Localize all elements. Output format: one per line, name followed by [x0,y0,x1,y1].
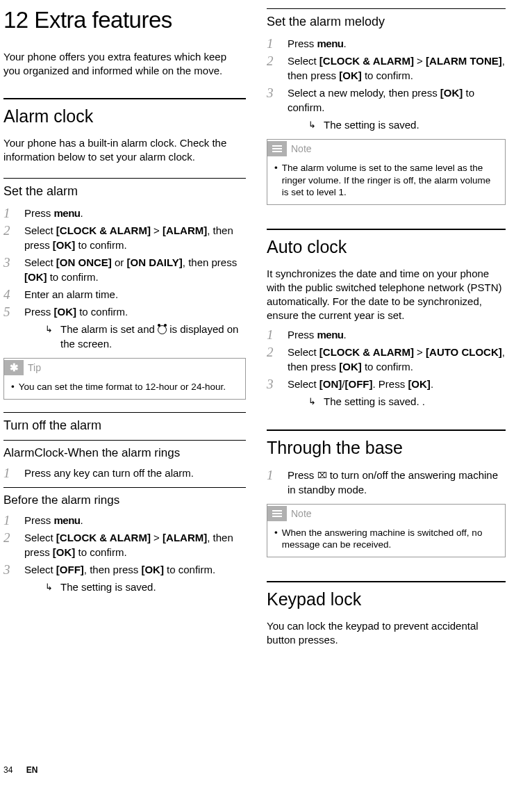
menu-key: menu [54,207,81,219]
result-arrow-icon: ↳ [308,395,316,408]
chapter-title: 12 Extra features [3,7,246,33]
result-arrow-icon: ↳ [308,119,316,131]
note-icon [267,141,287,156]
step: 2Select [CLOCK & ALARM] > [AUTO CLOCK], … [267,345,506,374]
step-number: 1 [267,466,274,485]
step-number: 1 [3,204,10,223]
note-label: Note [291,143,312,154]
subsection-set-alarm: Set the alarm [3,184,246,199]
menu-key: menu [317,38,344,49]
subsection-melody: Set the alarm melody [267,15,506,29]
chapter-intro: Your phone offers you extra features whi… [3,50,246,79]
step-number: 1 [267,35,274,54]
step: 1Press menu. [267,327,506,342]
tip-label: Tip [28,362,41,373]
divider [3,487,246,488]
step: 2Select [CLOCK & ALARM] > [ALARM], then … [3,530,246,559]
note-icon [267,506,287,521]
note-text: When the answering machine is switched o… [282,527,498,551]
section-alarm-clock: Alarm clock [3,106,246,126]
subsection-when-rings: AlarmClock-When the alarm rings [3,446,246,460]
subsection-before-rings: Before the alarm rings [3,493,246,507]
step: 1Press menu. [3,206,246,220]
note-label: Note [291,508,312,519]
result-arrow-icon: ↳ [45,323,53,336]
step: 5Press [OK] to confirm. ↳The alarm is se… [3,304,246,351]
alarm-clock-desc: Your phone has a built-in alarm clock. C… [3,136,246,165]
step: 1Press menu. [267,36,506,51]
melody-steps: 1Press menu. 2Select [CLOCK & ALARM] > [… [267,36,506,132]
step-number: 3 [267,375,274,394]
step-result: ↳The alarm is set and is displayed on th… [24,322,246,351]
step-result: ↳The setting is saved. [24,580,246,594]
auto-clock-desc: It synchronizes the date and time on you… [267,267,506,323]
step: 1Press any key can turn off the alarm. [3,466,246,480]
step: 3Select a new melody, then press [OK] to… [267,85,506,132]
tip-callout: ✱ Tip •You can set the time format to 12… [3,358,246,400]
step: 3Select [ON]/[OFF]. Press [OK]. ↳The set… [267,377,506,409]
step-result: ↳The setting is saved. [288,117,506,132]
step-number: 1 [3,464,10,483]
step-number: 2 [3,529,10,548]
step: 1Press ⌧ to turn on/off the answering ma… [267,468,506,497]
note-callout: Note •When the answering machine is swit… [267,504,506,557]
keypad-desc: You can lock the keypad to prevent accid… [267,619,506,648]
step-number: 3 [267,84,274,103]
alarm-icon [158,325,167,334]
divider [3,440,246,441]
step: 4Enter an alarm time. [3,287,246,302]
menu-key: menu [317,329,344,341]
step-number: 2 [3,222,10,240]
before-rings-steps: 1Press menu. 2Select [CLOCK & ALARM] > [… [3,513,246,594]
subsection-turn-off: Turn off the alarm [3,418,246,433]
step: 3Select [OFF], then press [OK] to confir… [3,562,246,594]
auto-clock-steps: 1Press menu. 2Select [CLOCK & ALARM] > [… [267,327,506,409]
step-number: 4 [3,286,10,304]
step-number: 3 [3,254,10,272]
section-keypad-lock: Keypad lock [267,589,506,609]
bullet-icon: • [274,162,278,199]
step-number: 2 [267,52,274,71]
set-alarm-steps: 1Press menu. 2Select [CLOCK & ALARM] > [… [3,206,246,351]
divider [3,412,246,413]
answering-machine-icon: ⌧ [317,470,327,482]
tip-icon: ✱ [4,360,24,375]
step: 2Select [CLOCK & ALARM] > [ALARM TONE], … [267,54,506,83]
tip-text: You can set the time format to 12-hour o… [19,381,226,393]
step: 3Select [ON ONCE] or [ON DAILY], then pr… [3,255,246,284]
section-through-base: Through the base [267,438,506,458]
result-arrow-icon: ↳ [45,581,53,593]
page-number: 34 [3,765,13,775]
menu-key: menu [54,514,81,526]
section-auto-clock: Auto clock [267,237,506,257]
step-number: 2 [267,343,274,362]
note-text: The alarm volume is set to the same leve… [282,162,498,199]
divider [3,98,246,99]
step-result: ↳The setting is saved. . [288,394,506,409]
step-number: 5 [3,303,10,322]
page-footer: 34 EN [3,765,38,775]
page-lang: EN [26,765,38,775]
base-steps: 1Press ⌧ to turn on/off the answering ma… [267,468,506,497]
step-number: 1 [3,511,10,530]
divider [267,8,506,9]
step-number: 3 [3,561,10,580]
bullet-icon: • [274,527,278,551]
step-number: 1 [267,326,274,345]
divider [3,178,246,179]
when-rings-steps: 1Press any key can turn off the alarm. [3,466,246,480]
divider [267,429,506,431]
bullet-icon: • [11,381,15,393]
step: 2Select [CLOCK & ALARM] > [ALARM], then … [3,223,246,252]
divider [267,229,506,230]
divider [267,581,506,582]
step: 1Press menu. [3,513,246,527]
note-callout: Note •The alarm volume is set to the sam… [267,139,506,205]
